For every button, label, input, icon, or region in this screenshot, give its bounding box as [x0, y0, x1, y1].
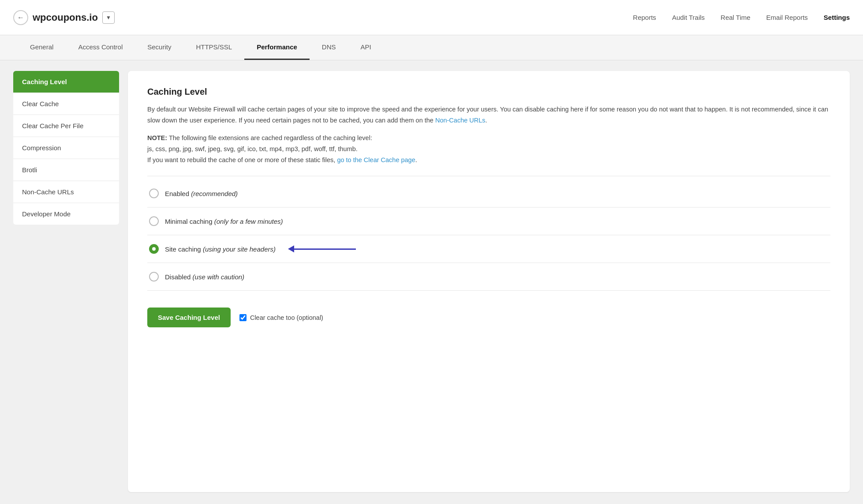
note-block: NOTE: The following file extensions are …: [147, 133, 830, 165]
radio-label-enabled: Enabled (recommended): [165, 190, 238, 197]
clear-cache-checkbox-area[interactable]: Clear cache too (optional): [239, 314, 323, 321]
tab-access-control[interactable]: Access Control: [66, 35, 135, 60]
tab-https-ssl[interactable]: HTTPS/SSL: [183, 35, 244, 60]
tab-general[interactable]: General: [18, 35, 66, 60]
back-button[interactable]: ←: [13, 10, 28, 25]
radio-disabled[interactable]: Disabled (use with caution): [147, 263, 830, 291]
header: ← wpcoupons.io ▼ Reports Audit Trails Re…: [0, 0, 863, 35]
radio-enabled[interactable]: Enabled (recommended): [147, 180, 830, 208]
sidebar: Caching Level Clear Cache Clear Cache Pe…: [13, 71, 119, 492]
header-nav: Reports Audit Trails Real Time Email Rep…: [633, 14, 850, 21]
arrow-head: [288, 245, 294, 252]
sidebar-item-clear-cache[interactable]: Clear Cache: [13, 93, 119, 115]
radio-label-site: Site caching (using your site headers): [165, 245, 276, 253]
save-area: Save Caching Level Clear cache too (opti…: [147, 303, 830, 327]
nav-reports[interactable]: Reports: [633, 14, 656, 21]
header-left: ← wpcoupons.io ▼: [13, 10, 633, 25]
arrow-line: [294, 248, 356, 250]
sidebar-item-non-cache-urls[interactable]: Non-Cache URLs: [13, 181, 119, 203]
site-dropdown-button[interactable]: ▼: [102, 11, 115, 24]
clear-cache-page-link[interactable]: go to the Clear Cache page: [337, 156, 415, 163]
clear-cache-checkbox-label: Clear cache too (optional): [250, 314, 323, 321]
tab-performance[interactable]: Performance: [244, 35, 310, 60]
nav-email-reports[interactable]: Email Reports: [766, 14, 808, 21]
radio-label-minimal: Minimal caching (only for a few minutes): [165, 218, 283, 225]
panel-title: Caching Level: [147, 87, 830, 97]
radio-circle-disabled: [149, 272, 159, 282]
radio-minimal[interactable]: Minimal caching (only for a few minutes): [147, 208, 830, 235]
tab-bar: General Access Control Security HTTPS/SS…: [0, 35, 863, 60]
divider-top: [147, 176, 830, 176]
main-layout: Caching Level Clear Cache Clear Cache Pe…: [0, 60, 863, 503]
tab-dns[interactable]: DNS: [310, 35, 348, 60]
non-cache-urls-link[interactable]: Non-Cache URLs: [435, 117, 486, 124]
sidebar-item-compression[interactable]: Compression: [13, 137, 119, 159]
tab-security[interactable]: Security: [135, 35, 183, 60]
tab-api[interactable]: API: [348, 35, 384, 60]
site-title: wpcoupons.io: [33, 12, 98, 23]
radio-site-caching[interactable]: Site caching (using your site headers): [147, 235, 830, 263]
save-caching-level-button[interactable]: Save Caching Level: [147, 308, 231, 327]
arrow-indicator: [289, 245, 356, 252]
radio-label-disabled: Disabled (use with caution): [165, 273, 244, 281]
sidebar-item-brotli[interactable]: Brotli: [13, 159, 119, 181]
nav-audit-trails[interactable]: Audit Trails: [672, 14, 705, 21]
description-text: By default our Website Firewall will cac…: [147, 104, 830, 126]
radio-circle-minimal: [149, 216, 159, 226]
radio-circle-enabled: [149, 189, 159, 198]
sidebar-item-clear-cache-per-file[interactable]: Clear Cache Per File: [13, 115, 119, 137]
nav-real-time[interactable]: Real Time: [721, 14, 751, 21]
sidebar-item-caching-level[interactable]: Caching Level: [13, 71, 119, 93]
content-panel: Caching Level By default our Website Fir…: [128, 71, 850, 492]
sidebar-item-developer-mode[interactable]: Developer Mode: [13, 203, 119, 225]
clear-cache-checkbox[interactable]: [239, 314, 247, 321]
nav-settings[interactable]: Settings: [824, 14, 850, 21]
radio-circle-site: [149, 244, 159, 254]
